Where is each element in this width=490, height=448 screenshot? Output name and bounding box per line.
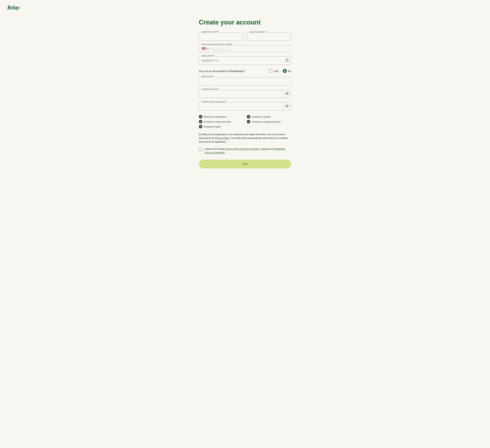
agreement-text-and: and [269, 148, 274, 150]
req-match: Password match [199, 125, 243, 128]
req-lowercase-text: Includes a lowercase letter [204, 120, 231, 123]
req-number: Includes a number [247, 115, 291, 118]
radio-group: Yes No [269, 69, 291, 73]
email-label: Work Email* [201, 75, 214, 78]
phone-group: Phone Number (Requires SMS)* 🇺🇸 1 ▾ [199, 45, 291, 52]
password-wrapper [199, 90, 291, 98]
req-min8: Minimum 8 characters [199, 115, 243, 118]
confirm-password-label: Confirm create password* [201, 101, 227, 103]
country-selector[interactable]: 🇺🇸 1 ▾ [202, 47, 210, 51]
password-label: Create Password* [201, 88, 220, 91]
check-lowercase-icon [199, 120, 202, 123]
chevron-down-icon: ▾ [209, 48, 210, 50]
first-name-label: Legal First Name* [201, 31, 219, 33]
no-radio[interactable] [283, 69, 287, 73]
password-requirements: Minimum 8 characters Includes a number I… [199, 115, 291, 128]
country-code: 1 [206, 47, 208, 50]
email-input[interactable] [199, 77, 291, 85]
dob-input[interactable] [199, 56, 291, 65]
req-uppercase-text: Includes an uppercase letter [252, 120, 281, 123]
confirm-password-wrapper [199, 102, 291, 111]
check-min8-icon [199, 115, 202, 118]
check-match-icon [199, 125, 202, 128]
agreement-text: I agree to the Relay Privacy Policy & Te… [204, 147, 291, 155]
date-input-wrapper [199, 56, 291, 65]
terms-paragraph: By filling out this application, you und… [199, 133, 291, 144]
svg-point-5 [287, 106, 288, 107]
logo: Relay [7, 4, 483, 11]
password-toggle-button[interactable] [283, 90, 291, 98]
last-name-label: Legal Last Name* [249, 31, 267, 33]
req-min8-text: Minimum 8 characters [204, 115, 227, 118]
agreement-link2[interactable]: Deposit [261, 148, 269, 150]
password-input[interactable] [199, 90, 291, 98]
req-uppercase: Includes an uppercase letter [247, 120, 291, 123]
no-label: No [288, 69, 291, 73]
last-name-input[interactable] [247, 33, 291, 41]
flag-emoji: 🇺🇸 [202, 47, 206, 51]
phone-label: Phone Number (Requires SMS)* [201, 43, 233, 46]
agreement-prefix: I agree to the Relay [204, 148, 225, 150]
confirm-password-group: Confirm create password* [199, 102, 291, 111]
confirm-password-toggle-button[interactable] [283, 102, 291, 111]
yes-label: Yes [274, 69, 278, 73]
header: Relay [0, 0, 490, 15]
password-group: Create Password* [199, 90, 291, 98]
no-option[interactable]: No [283, 69, 291, 73]
dob-group: Date of Birth* [199, 56, 291, 65]
eye-icon [285, 92, 289, 96]
req-match-text: Password match [204, 125, 221, 128]
check-uppercase-icon [247, 120, 250, 123]
main-content: Create your account Legal First Name* Le… [195, 15, 295, 179]
agreement-checkbox[interactable] [199, 148, 202, 151]
agreement-row: I agree to the Relay Privacy Policy & Te… [199, 147, 291, 155]
confirm-password-input[interactable] [199, 102, 291, 111]
last-name-group: Legal Last Name* [247, 33, 291, 41]
agreement-text-middle: , [260, 148, 261, 150]
yes-radio[interactable] [269, 69, 273, 73]
svg-point-4 [287, 93, 288, 94]
confirm-eye-icon [285, 104, 289, 109]
yes-option[interactable]: Yes [269, 69, 278, 73]
req-number-text: Includes a number [252, 115, 271, 118]
first-name-input[interactable] [199, 33, 243, 41]
next-button[interactable]: Next [199, 160, 291, 169]
privacy-policy-link[interactable]: Privacy Policy [215, 137, 229, 139]
req-lowercase: Includes a lowercase letter [199, 120, 243, 123]
first-name-group: Legal First Name* [199, 33, 243, 41]
name-row: Legal First Name* Legal Last Name* [199, 33, 291, 41]
email-group: Work Email* [199, 77, 291, 85]
dob-label: Date of Birth* [201, 55, 215, 57]
accountant-question: Are you an Accountant or Bookkeeper? [199, 69, 269, 73]
accountant-row: Are you an Accountant or Bookkeeper? Yes… [199, 69, 291, 73]
phone-number-input[interactable] [213, 47, 288, 50]
check-number-icon [247, 115, 250, 118]
page-title: Create your account [199, 19, 291, 26]
phone-input-wrapper: 🇺🇸 1 ▾ [199, 45, 291, 52]
agreement-link1[interactable]: Privacy Policy & Terms of Service [225, 148, 260, 150]
